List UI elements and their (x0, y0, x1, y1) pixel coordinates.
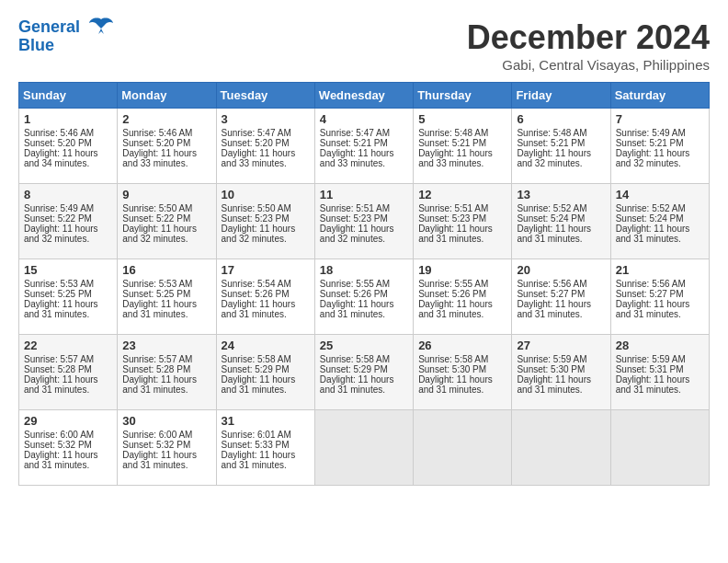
day-number: 18 (320, 263, 408, 277)
daylight-line: Daylight: 11 hours and 31 minutes. (418, 299, 506, 319)
sunrise-line: Sunrise: 5:51 AM (320, 203, 408, 213)
day-number: 11 (320, 188, 408, 201)
calendar-week-2: 8Sunrise: 5:49 AMSunset: 5:22 PMDaylight… (19, 184, 710, 259)
calendar-cell (314, 410, 413, 486)
sunset-line: Sunset: 5:20 PM (122, 138, 210, 148)
sunset-line: Sunset: 5:30 PM (517, 364, 605, 374)
sunrise-line: Sunrise: 5:52 AM (517, 203, 605, 213)
sunrise-line: Sunrise: 5:56 AM (616, 279, 704, 289)
calendar-cell: 10Sunrise: 5:50 AMSunset: 5:23 PMDayligh… (216, 184, 314, 259)
calendar-cell: 31Sunrise: 6:01 AMSunset: 5:33 PMDayligh… (216, 410, 314, 486)
sunset-line: Sunset: 5:25 PM (24, 289, 112, 299)
calendar-week-1: 1Sunrise: 5:46 AMSunset: 5:20 PMDaylight… (19, 109, 710, 184)
sunset-line: Sunset: 5:25 PM (122, 289, 210, 299)
daylight-line: Daylight: 11 hours and 32 minutes. (222, 224, 310, 244)
month-year-title: December 2024 (467, 18, 710, 57)
sunset-line: Sunset: 5:26 PM (320, 289, 408, 299)
day-number: 20 (517, 263, 605, 277)
calendar-cell (610, 410, 709, 486)
calendar-cell (414, 410, 512, 486)
daylight-line: Daylight: 11 hours and 31 minutes. (122, 374, 210, 395)
daylight-line: Daylight: 11 hours and 31 minutes. (616, 224, 704, 244)
calendar-table: SundayMondayTuesdayWednesdayThursdayFrid… (18, 82, 710, 486)
sunset-line: Sunset: 5:24 PM (616, 213, 704, 224)
sunrise-line: Sunrise: 5:46 AM (122, 128, 210, 138)
calendar-cell (512, 410, 610, 486)
daylight-line: Daylight: 11 hours and 31 minutes. (222, 450, 310, 470)
page-header: General Blue December 2024 Gabi, Central… (18, 18, 710, 73)
sunset-line: Sunset: 5:27 PM (616, 289, 704, 299)
calendar-header-row: SundayMondayTuesdayWednesdayThursdayFrid… (19, 83, 710, 109)
title-block: December 2024 Gabi, Central Visayas, Phi… (467, 18, 710, 73)
sunset-line: Sunset: 5:24 PM (517, 213, 605, 224)
day-number: 14 (616, 188, 704, 201)
day-number: 30 (122, 414, 210, 428)
sunrise-line: Sunrise: 5:57 AM (122, 354, 210, 364)
calendar-cell: 13Sunrise: 5:52 AMSunset: 5:24 PMDayligh… (512, 184, 610, 259)
calendar-cell: 23Sunrise: 5:57 AMSunset: 5:28 PMDayligh… (118, 335, 216, 410)
calendar-cell: 6Sunrise: 5:48 AMSunset: 5:21 PMDaylight… (512, 109, 610, 184)
sunset-line: Sunset: 5:28 PM (24, 364, 112, 374)
day-number: 17 (222, 263, 310, 277)
sunrise-line: Sunrise: 5:49 AM (616, 128, 704, 138)
sunset-line: Sunset: 5:22 PM (24, 213, 112, 224)
daylight-line: Daylight: 11 hours and 31 minutes. (122, 299, 210, 319)
column-header-tuesday: Tuesday (216, 83, 314, 109)
daylight-line: Daylight: 11 hours and 32 minutes. (517, 148, 605, 168)
day-number: 29 (24, 414, 112, 428)
calendar-cell: 14Sunrise: 5:52 AMSunset: 5:24 PMDayligh… (610, 184, 709, 259)
sunrise-line: Sunrise: 5:50 AM (122, 203, 210, 213)
day-number: 13 (517, 188, 605, 201)
sunrise-line: Sunrise: 5:59 AM (616, 354, 704, 364)
daylight-line: Daylight: 11 hours and 32 minutes. (24, 224, 112, 244)
sunrise-line: Sunrise: 5:58 AM (222, 354, 310, 364)
calendar-cell: 27Sunrise: 5:59 AMSunset: 5:30 PMDayligh… (512, 335, 610, 410)
sunrise-line: Sunrise: 5:58 AM (418, 354, 506, 364)
sunrise-line: Sunrise: 5:59 AM (517, 354, 605, 364)
sunrise-line: Sunrise: 5:47 AM (222, 128, 310, 138)
sunrise-line: Sunrise: 5:52 AM (616, 203, 704, 213)
daylight-line: Daylight: 11 hours and 32 minutes. (320, 224, 408, 244)
day-number: 4 (320, 112, 408, 126)
sunset-line: Sunset: 5:29 PM (222, 364, 310, 374)
sunset-line: Sunset: 5:27 PM (517, 289, 605, 299)
calendar-cell: 16Sunrise: 5:53 AMSunset: 5:25 PMDayligh… (118, 259, 216, 335)
sunset-line: Sunset: 5:22 PM (122, 213, 210, 224)
day-number: 16 (122, 263, 210, 277)
calendar-cell: 29Sunrise: 6:00 AMSunset: 5:32 PMDayligh… (19, 410, 118, 486)
daylight-line: Daylight: 11 hours and 31 minutes. (122, 450, 210, 470)
calendar-cell: 30Sunrise: 6:00 AMSunset: 5:32 PMDayligh… (118, 410, 216, 486)
calendar-cell: 4Sunrise: 5:47 AMSunset: 5:21 PMDaylight… (314, 109, 413, 184)
day-number: 6 (517, 112, 605, 126)
day-number: 28 (616, 339, 704, 352)
sunset-line: Sunset: 5:21 PM (418, 138, 506, 148)
day-number: 8 (24, 188, 112, 201)
calendar-week-5: 29Sunrise: 6:00 AMSunset: 5:32 PMDayligh… (19, 410, 710, 486)
sunset-line: Sunset: 5:32 PM (122, 440, 210, 450)
sunrise-line: Sunrise: 5:50 AM (222, 203, 310, 213)
column-header-saturday: Saturday (610, 83, 709, 109)
daylight-line: Daylight: 11 hours and 31 minutes. (24, 450, 112, 470)
sunrise-line: Sunrise: 5:51 AM (418, 203, 506, 213)
sunrise-line: Sunrise: 5:57 AM (24, 354, 112, 364)
sunrise-line: Sunrise: 5:53 AM (24, 279, 112, 289)
daylight-line: Daylight: 11 hours and 31 minutes. (320, 374, 408, 395)
sunset-line: Sunset: 5:21 PM (320, 138, 408, 148)
sunset-line: Sunset: 5:32 PM (24, 440, 112, 450)
logo-text: General (18, 18, 114, 37)
day-number: 3 (222, 112, 310, 126)
sunset-line: Sunset: 5:30 PM (418, 364, 506, 374)
calendar-cell: 28Sunrise: 5:59 AMSunset: 5:31 PMDayligh… (610, 335, 709, 410)
day-number: 9 (122, 188, 210, 201)
daylight-line: Daylight: 11 hours and 33 minutes. (222, 148, 310, 168)
sunrise-line: Sunrise: 5:48 AM (517, 128, 605, 138)
sunset-line: Sunset: 5:21 PM (517, 138, 605, 148)
sunrise-line: Sunrise: 5:49 AM (24, 203, 112, 213)
column-header-thursday: Thursday (414, 83, 512, 109)
day-number: 1 (24, 112, 112, 126)
daylight-line: Daylight: 11 hours and 33 minutes. (418, 148, 506, 168)
calendar-cell: 21Sunrise: 5:56 AMSunset: 5:27 PMDayligh… (610, 259, 709, 335)
sunset-line: Sunset: 5:23 PM (320, 213, 408, 224)
sunrise-line: Sunrise: 5:46 AM (24, 128, 112, 138)
day-number: 25 (320, 339, 408, 352)
